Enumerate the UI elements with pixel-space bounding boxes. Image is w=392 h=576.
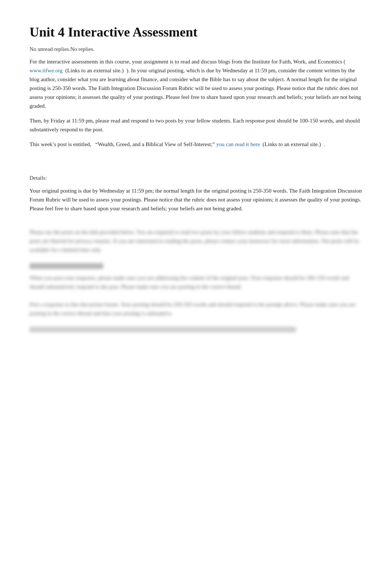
paragraph-2: Then, by Friday at 11:59 pm, please read… — [30, 116, 362, 134]
week-post-prefix: This week’s post is entitled, “Wealth, G… — [30, 141, 215, 147]
blurred-line-1 — [30, 327, 296, 332]
blurred-content: Please see the posts on the link provide… — [30, 228, 362, 332]
week-post-paragraph: This week’s post is entitled, “Wealth, G… — [30, 140, 362, 149]
spacer — [30, 153, 362, 165]
blurred-paragraph-2: When you post your response, please make… — [30, 273, 362, 291]
blurred-block-1: Please see the posts on the link provide… — [30, 228, 362, 254]
intro-text-1: For the interactive assessments in this … — [30, 59, 345, 65]
blurred-block-3: Post a response to this discussion forum… — [30, 300, 362, 318]
page-title: Unit 4 Interactive Assessment — [30, 22, 362, 42]
details-section: Details: Your original posting is due by… — [30, 174, 362, 213]
blurred-header — [30, 263, 103, 269]
tifwe-link-suffix: (Links to an external site.) — [64, 68, 125, 73]
intro-paragraph: For the interactive assessments in this … — [30, 57, 362, 110]
read-here-link[interactable]: you can read it here — [216, 141, 260, 147]
no-replies-text: No unread replies.No replies. — [30, 45, 362, 54]
week-post-suffix: . — [324, 141, 325, 147]
blurred-paragraph-1: Please see the posts on the link provide… — [30, 228, 362, 254]
external-site-text: (Links to an external site.) — [261, 141, 322, 147]
details-label: Details: — [30, 174, 362, 182]
tifwe-link[interactable]: www.tifwe.org — [30, 68, 63, 73]
blurred-block-2: When you post your response, please make… — [30, 273, 362, 291]
intro-text-2: ). In your original posting, which is du… — [30, 68, 361, 109]
blurred-paragraph-3: Post a response to this discussion forum… — [30, 300, 362, 318]
details-text: Your original posting is due by Wednesda… — [30, 186, 362, 213]
